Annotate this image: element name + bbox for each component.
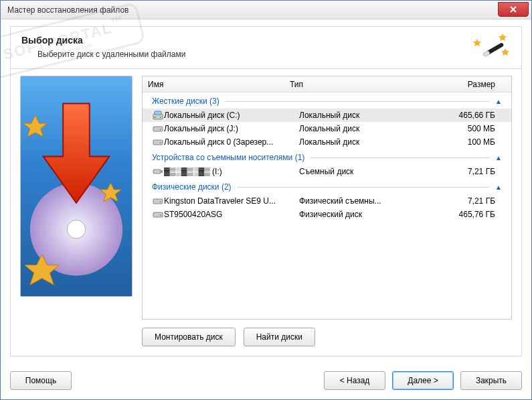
disk-row[interactable]: Локальный диск (J:)Локальный диск500 МБ [143, 122, 511, 135]
disk-type: Локальный диск [299, 111, 406, 120]
disk-name: Локальный диск (J:) [164, 124, 299, 133]
svg-rect-16 [153, 212, 163, 217]
svg-point-6 [160, 117, 161, 118]
disk-name: ▓▒░▓▒░▓▒ (I:) [164, 167, 299, 176]
disk-name: Локальный диск 0 (Зарезер... [164, 137, 299, 147]
disk-icon [152, 210, 164, 219]
titlebar: Мастер восстановления файлов [1, 1, 531, 19]
disk-size: 7,21 ГБ [406, 167, 511, 176]
collapse-icon[interactable]: ▲ [495, 184, 506, 191]
svg-point-9 [160, 129, 161, 130]
disk-name: Локальный диск (C:) [164, 111, 299, 120]
disk-type: Локальный диск [299, 124, 406, 133]
disk-row[interactable]: ▓▒░▓▒░▓▒ (I:)Съемный диск7,21 ГБ [143, 165, 511, 178]
group-label: Физические диски (2) [152, 182, 232, 192]
wizard-footer: Помощь < Назад Далее > Закрыть [1, 363, 531, 399]
close-button[interactable] [498, 2, 529, 17]
svg-point-17 [160, 214, 161, 216]
svg-rect-10 [153, 140, 163, 145]
disk-icon [152, 167, 164, 176]
find-disks-button[interactable]: Найти диски [244, 328, 315, 346]
disk-name: ST9500420ASG [164, 210, 299, 219]
close-icon [509, 5, 517, 13]
close-wizard-button[interactable]: Закрыть [460, 371, 522, 390]
disk-row[interactable]: ST9500420ASGФизический диск465,76 ГБ [143, 208, 511, 221]
disk-name: Kingston DataTraveler SE9 U... [164, 196, 299, 206]
disk-size: 100 МБ [406, 137, 511, 147]
collapse-icon[interactable]: ▲ [495, 98, 506, 105]
window-title: Мастер восстановления файлов [7, 5, 498, 15]
wizard-side-image [20, 76, 132, 297]
group-header[interactable]: Физические диски (2)▲ [143, 178, 511, 194]
list-header: Имя Тип Размер [143, 76, 511, 92]
mount-disk-button[interactable]: Монтировать диск [142, 328, 236, 346]
disk-type: Физический съемны... [299, 196, 406, 206]
content-area: Выбор диска Выберите диск с удаленными ф… [1, 19, 531, 363]
group-header[interactable]: Устройства со съемными носителями (1)▲ [143, 149, 511, 165]
disk-type: Локальный диск [299, 137, 406, 147]
svg-point-3 [67, 220, 86, 239]
group-label: Устройства со съемными носителями (1) [152, 153, 304, 162]
page-subtitle: Выберите диск с удаленными файлами [21, 50, 511, 59]
list-body: Жесткие диски (3)▲Локальный диск (C:)Лок… [143, 92, 511, 319]
disk-icon [152, 124, 164, 133]
back-button[interactable]: < Назад [324, 371, 385, 390]
svg-rect-7 [155, 111, 161, 115]
disk-size: 500 МБ [406, 124, 511, 133]
column-type[interactable]: Тип [290, 80, 397, 89]
svg-point-15 [160, 201, 161, 202]
disk-type: Физический диск [299, 210, 406, 219]
disk-type: Съемный диск [299, 167, 406, 176]
help-button[interactable]: Помощь [10, 371, 72, 390]
svg-rect-5 [154, 117, 156, 118]
group-header[interactable]: Жесткие диски (3)▲ [143, 92, 511, 109]
disk-icon [152, 196, 164, 206]
main-panel: Имя Тип Размер Жесткие диски (3)▲Локальн… [10, 68, 522, 356]
column-name[interactable]: Имя [143, 80, 290, 89]
collapse-icon[interactable]: ▲ [495, 154, 506, 161]
disk-panel: Имя Тип Размер Жесткие диски (3)▲Локальн… [142, 76, 512, 346]
action-row: Монтировать диск Найти диски [142, 328, 512, 346]
page-title: Выбор диска [21, 35, 511, 46]
wizard-window: Мастер восстановления файлов Выбор диска… [0, 0, 532, 400]
svg-rect-12 [153, 170, 161, 174]
disk-size: 465,66 ГБ [406, 111, 511, 120]
disk-icon [152, 111, 164, 120]
disk-icon [152, 137, 164, 147]
svg-rect-14 [153, 199, 163, 204]
disk-size: 7,21 ГБ [406, 196, 511, 206]
wizard-header: Выбор диска Выберите диск с удаленными ф… [10, 26, 522, 68]
svg-rect-13 [161, 170, 163, 173]
disk-row[interactable]: Локальный диск (C:)Локальный диск465,66 … [143, 109, 511, 122]
wizard-wand-icon [473, 32, 511, 64]
disk-list: Имя Тип Размер Жесткие диски (3)▲Локальн… [142, 76, 512, 320]
column-size[interactable]: Размер [397, 80, 511, 89]
next-button[interactable]: Далее > [392, 371, 454, 390]
disk-row[interactable]: Kingston DataTraveler SE9 U...Физический… [143, 194, 511, 208]
disk-row[interactable]: Локальный диск 0 (Зарезер...Локальный ди… [143, 135, 511, 149]
disk-size: 465,76 ГБ [406, 210, 511, 219]
group-label: Жесткие диски (3) [152, 96, 219, 106]
svg-point-11 [160, 142, 161, 143]
svg-rect-8 [153, 127, 163, 131]
